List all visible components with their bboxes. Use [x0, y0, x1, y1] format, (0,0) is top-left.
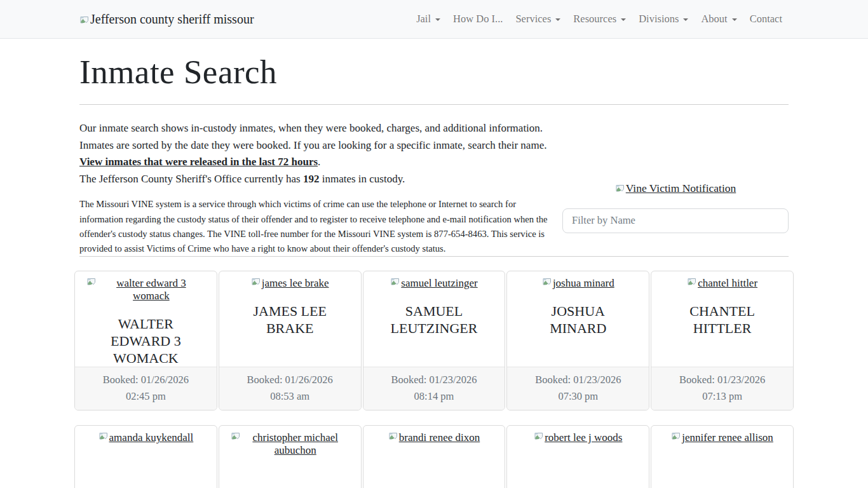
- inmate-card: jennifer renee allison: [651, 425, 794, 488]
- inmate-photo-link[interactable]: walter edward 3 womack: [86, 277, 205, 302]
- inmate-name-link[interactable]: JAMES LEE BRAKE: [253, 303, 327, 336]
- inmate-card: chantel hittler CHANTEL HITTLER Booked: …: [651, 271, 794, 410]
- inmate-card: christopher michael aubuchon: [219, 425, 362, 488]
- inmate-photo-link[interactable]: joshua minard: [542, 277, 614, 290]
- inmate-photo-link[interactable]: chantel hittler: [687, 277, 757, 290]
- chevron-down-icon: [732, 18, 737, 21]
- broken-image-icon: [79, 14, 90, 24]
- nav-item-services[interactable]: Services: [509, 8, 567, 30]
- inmate-name-link[interactable]: WALTER EDWARD 3 WOMACK: [111, 316, 181, 366]
- broken-image-icon: [388, 431, 398, 442]
- top-navbar: Jefferson county sheriff missour Jail Ho…: [0, 0, 868, 39]
- nav-item-resources[interactable]: Resources: [567, 8, 632, 30]
- released-line: View inmates that were released in the l…: [79, 154, 551, 171]
- broken-image-icon: [671, 431, 681, 442]
- inmate-photo-link[interactable]: christopher michael aubuchon: [231, 431, 349, 457]
- inmate-card: samuel leutzinger SAMUEL LEUTZINGER Book…: [363, 271, 506, 410]
- intro-column: Our inmate search shows in-custody inmat…: [79, 120, 551, 256]
- inmate-card: robert lee j woods: [506, 425, 649, 488]
- divider: [79, 256, 789, 257]
- nav-item-about[interactable]: About: [695, 8, 743, 30]
- booked-info: Booked: 01/26/202608:53 am: [219, 367, 361, 410]
- inmate-photo-link[interactable]: jennifer renee allison: [671, 431, 773, 444]
- intro-paragraph: Our inmate search shows in-custody inmat…: [79, 120, 551, 154]
- nav-item-divisions[interactable]: Divisions: [632, 8, 695, 30]
- inmate-card: james lee brake JAMES LEE BRAKE Booked: …: [219, 271, 362, 410]
- broken-image-icon: [615, 184, 625, 194]
- inmate-photo-link[interactable]: brandi renee dixon: [388, 431, 480, 444]
- broken-image-icon: [86, 277, 97, 287]
- inmate-name: WALTER EDWARD 3 WOMACK: [75, 315, 217, 367]
- inmate-card: amanda kuykendall: [74, 425, 217, 488]
- sidebar-column: Vine Victim Notification: [562, 120, 789, 256]
- broken-image-icon: [542, 277, 552, 287]
- nav-menu: Jail How Do I... Services Resources Divi…: [410, 8, 789, 30]
- inmate-name: CHANTEL HITTLER: [651, 302, 793, 337]
- inmate-photo-link[interactable]: robert lee j woods: [534, 431, 622, 444]
- broken-image-icon: [231, 431, 241, 442]
- brand-alt-text: Jefferson county sheriff missour: [90, 12, 254, 27]
- booked-info: Booked: 01/23/202608:14 pm: [363, 367, 505, 410]
- broken-image-icon: [687, 277, 697, 287]
- broken-image-icon: [390, 277, 400, 287]
- inmate-photo-link[interactable]: samuel leutzinger: [390, 277, 477, 290]
- broken-image-icon: [251, 277, 261, 287]
- broken-image-icon: [534, 431, 544, 442]
- page-title: Inmate Search: [79, 53, 789, 91]
- booked-info: Booked: 01/23/202607:30 pm: [507, 367, 649, 410]
- inmate-name-link[interactable]: JOSHUA MINARD: [550, 303, 606, 336]
- vine-link-alt-text: Vine Victim Notification: [626, 182, 736, 195]
- booked-info: Booked: 01/23/202607:13 pm: [651, 367, 793, 410]
- inmate-card: walter edward 3 womack WALTER EDWARD 3 W…: [74, 271, 217, 410]
- inmate-card: joshua minard JOSHUA MINARD Booked: 01/2…: [506, 271, 649, 410]
- custody-line: The Jefferson County Sheriff's Office cu…: [79, 171, 551, 188]
- broken-image-icon: [98, 431, 109, 442]
- nav-item-jail[interactable]: Jail: [410, 8, 447, 30]
- nav-item-contact[interactable]: Contact: [743, 8, 789, 30]
- chevron-down-icon: [555, 18, 560, 21]
- nav-item-how-do-i[interactable]: How Do I...: [447, 8, 509, 30]
- released-inmates-link[interactable]: View inmates that were released in the l…: [79, 156, 318, 168]
- inmate-count: 192: [303, 173, 320, 185]
- divider: [79, 104, 789, 105]
- inmate-name-link[interactable]: CHANTEL HITTLER: [689, 303, 755, 336]
- chevron-down-icon: [435, 18, 440, 21]
- chevron-down-icon: [621, 18, 626, 21]
- brand-logo-link[interactable]: Jefferson county sheriff missour: [79, 12, 254, 27]
- inmate-card-grid: walter edward 3 womack WALTER EDWARD 3 W…: [74, 271, 794, 488]
- booked-info: Booked: 01/26/202602:45 pm: [75, 367, 217, 410]
- inmate-card: brandi renee dixon: [363, 425, 506, 488]
- chevron-down-icon: [683, 18, 688, 21]
- vine-victim-notification-link[interactable]: Vine Victim Notification: [615, 182, 736, 195]
- filter-by-name-input[interactable]: [562, 208, 789, 233]
- inmate-name-link[interactable]: SAMUEL LEUTZINGER: [391, 303, 478, 336]
- vine-paragraph: The Missouri VINE system is a service th…: [79, 197, 551, 256]
- inmate-photo-link[interactable]: james lee brake: [251, 277, 329, 290]
- inmate-name: JAMES LEE BRAKE: [219, 302, 361, 337]
- inmate-name: JOSHUA MINARD: [507, 302, 649, 337]
- inmate-name: SAMUEL LEUTZINGER: [363, 302, 505, 337]
- inmate-photo-link[interactable]: amanda kuykendall: [98, 431, 194, 444]
